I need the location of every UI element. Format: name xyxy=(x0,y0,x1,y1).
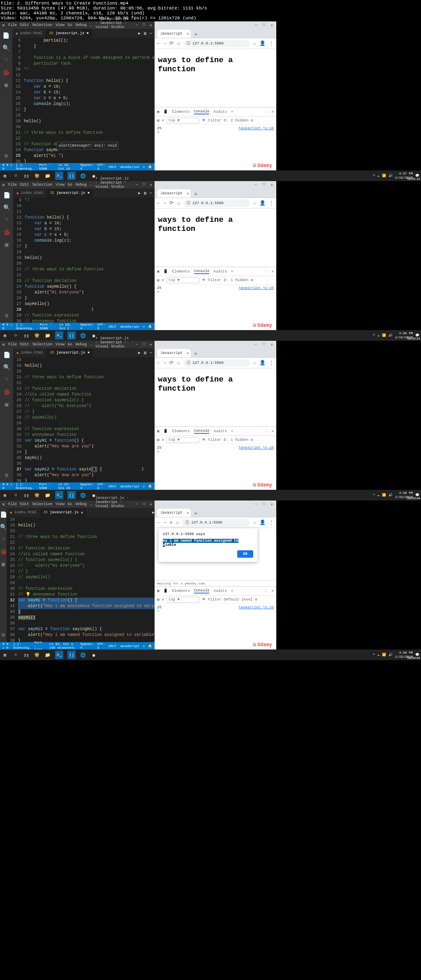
status-port[interactable]: Port : 5500 xyxy=(39,163,55,170)
code-editor[interactable]: 5678910111213141516171819202122232425262… xyxy=(12,38,155,163)
tab-javascript-js[interactable]: JS javascript.js ● xyxy=(46,29,92,38)
dt-close-icon[interactable]: ✕ xyxy=(272,109,274,114)
chrome-window-controls: ─□✕ xyxy=(155,21,276,29)
dt-context-select[interactable]: top ▼ xyxy=(167,118,199,123)
page-content: ways to define a function xyxy=(155,49,276,107)
gear-icon[interactable]: ⚙ xyxy=(3,152,9,159)
status-encoding[interactable]: UTF-8 xyxy=(97,163,105,170)
video-timestamp: 00:01:12 xyxy=(407,177,420,181)
menu-debug[interactable]: Debug xyxy=(76,23,87,27)
more-icon[interactable]: ⋯ xyxy=(150,31,152,36)
new-tab-icon[interactable]: + xyxy=(191,31,201,38)
device-icon[interactable]: 📱 xyxy=(163,109,168,114)
search-icon[interactable]: 🔍 xyxy=(3,44,9,51)
code-editor[interactable]: 9101112131415161718192021222324252627282… xyxy=(13,198,155,323)
forward-icon[interactable]: → xyxy=(163,41,166,47)
dt-audits[interactable]: Audits xyxy=(213,110,227,114)
meta-video: Video: h264, yuv420p, 1280x720, 994 kb/s… xyxy=(1,16,420,21)
maximize-icon[interactable]: □ xyxy=(263,23,265,27)
git-icon[interactable]: ⑂ xyxy=(3,57,9,63)
console-output: 25 xyxy=(157,126,162,130)
dt-sidebar-icon[interactable]: ▤ xyxy=(157,118,159,123)
meta-size: Size: 50313450 bytes (47.98 MiB), durati… xyxy=(1,6,420,11)
close-icon[interactable]: ✕ xyxy=(150,23,152,28)
status-spaces[interactable]: Spaces: 4 xyxy=(80,163,94,170)
chrome-taskbar-icon[interactable]: 🌐 xyxy=(80,172,86,179)
dt-gear-icon[interactable]: ⚙ xyxy=(251,118,253,123)
menubar: ⊞ File Edit Selection View Go Debug … • … xyxy=(0,21,155,29)
minimize-icon[interactable]: ─ xyxy=(136,23,138,28)
alert-ok-button[interactable]: OK xyxy=(237,550,253,558)
status-feedback-icon[interactable]: ☺ xyxy=(143,165,145,169)
brave-icon[interactable]: 🦁 xyxy=(34,172,40,179)
dt-level[interactable]: D: xyxy=(224,119,228,123)
page-heading: ways to define a function xyxy=(158,56,273,74)
tray-cloud-icon[interactable]: ☁ xyxy=(377,174,379,178)
terminal-icon[interactable]: >_ xyxy=(55,172,63,180)
start-icon[interactable]: ⊞ xyxy=(2,172,8,179)
meta-audio: Audio: aac, 44100 Hz, 2 channels, s16, 1… xyxy=(1,11,420,16)
url-bar[interactable]: ⓘ 127.0.0.1:5500 xyxy=(183,40,250,47)
status-waiting: Waiting for s.pmddby.com… xyxy=(155,580,276,586)
debug-icon[interactable]: 🐞 xyxy=(3,69,9,76)
udemy-logo: û Udemy xyxy=(253,163,272,169)
explorer-icon[interactable]: 📄 xyxy=(3,32,9,39)
split-icon[interactable]: ▥ xyxy=(144,31,146,36)
status-bell-icon[interactable]: 🔔 xyxy=(148,165,152,169)
browser-tab[interactable]: Javascript✕ xyxy=(157,30,191,38)
alert-message-rest: iable xyxy=(165,543,176,547)
intellisense-hint: alert(message?: any): void xyxy=(57,142,118,150)
tray-sound-icon[interactable]: 🔊 xyxy=(389,174,393,178)
dt-console[interactable]: Console xyxy=(194,109,210,114)
inspect-icon[interactable]: ▣ xyxy=(157,109,159,114)
menu-selection[interactable]: Selection xyxy=(32,23,53,27)
maximize-icon[interactable]: □ xyxy=(143,23,145,28)
menu-edit[interactable]: Edit xyxy=(20,23,29,27)
back-icon[interactable]: ← xyxy=(157,41,160,47)
tray-wifi-icon[interactable]: 📶 xyxy=(382,174,386,178)
status-scanning: [.]: Scanning… xyxy=(16,163,36,170)
profile-icon[interactable]: 👤 xyxy=(259,40,266,47)
code-editor[interactable]: 1819202122232425262728293031323334353637… xyxy=(7,517,155,642)
tab-index-html[interactable]: ◆ index.html xyxy=(12,29,46,38)
menu-view[interactable]: View xyxy=(56,23,65,27)
home-icon[interactable]: ⌂ xyxy=(177,41,180,47)
status-cursor[interactable]: Ln 25, Col 15 xyxy=(58,163,77,170)
extensions-icon[interactable]: ▣ xyxy=(3,81,9,88)
menu-icon[interactable]: ⋮ xyxy=(269,40,274,47)
status-eol[interactable]: CRLF xyxy=(109,165,116,169)
reload-icon[interactable]: ⟳ xyxy=(169,40,173,47)
dt-clear-icon[interactable]: ⊘ xyxy=(162,118,164,123)
dt-settings-icon[interactable]: ⋮ xyxy=(264,109,268,114)
status-bar: ⊗ 0 ⚠ 0 [.]: Scanning… Port : 5500 Ln 25… xyxy=(0,163,155,170)
clock-time[interactable]: 4:37 PM xyxy=(395,172,413,176)
dt-eye-icon[interactable]: 👁 xyxy=(202,118,206,123)
taskview-icon[interactable]: ▯▯ xyxy=(23,172,30,179)
vscode-taskbar-icon[interactable]: ⟨⟩ xyxy=(67,172,76,180)
tray-up-icon[interactable]: ^ xyxy=(373,174,375,178)
close-tab-icon[interactable]: ✕ xyxy=(187,31,189,36)
dt-elements[interactable]: Elements xyxy=(172,110,190,114)
star-icon[interactable]: ☆ xyxy=(253,40,256,47)
menu-go[interactable]: Go xyxy=(68,23,72,27)
menu-file[interactable]: File xyxy=(8,23,17,27)
explorer-icon[interactable]: 📁 xyxy=(44,172,51,179)
status-errors[interactable]: ⊗ 0 ⚠ 0 xyxy=(2,163,12,170)
taskbar: ⊞ ○ ▯▯ 🦁 📁 >_ ⟨⟩ 🌐 ◉ ^ ☁ 📶 🔊 4:37 PM1/15… xyxy=(0,170,421,181)
alert-title: 127.0.0.1:5500 says xyxy=(163,532,253,536)
meta-file: File: 2. Different Ways to Create Functi… xyxy=(1,1,420,6)
vscode-logo-icon: ⊞ xyxy=(2,183,5,187)
console-link[interactable]: javascript.js:16 xyxy=(238,126,274,130)
activity-bar: 📄 🔍 ⑂ 🐞 ▣ ⚙ xyxy=(0,29,12,163)
dt-hidden[interactable]: 2 hidden xyxy=(231,119,248,123)
console-prompt[interactable]: > xyxy=(157,130,274,135)
minimize-icon[interactable]: ─ xyxy=(255,23,257,27)
status-lang[interactable]: JavaScript xyxy=(120,165,139,169)
close-icon[interactable]: ✕ xyxy=(271,23,273,28)
code-editor[interactable]: 1819202122232425262728293031323334353637… xyxy=(13,357,155,482)
cortana-icon[interactable]: ○ xyxy=(12,172,19,179)
menu-more[interactable]: … xyxy=(90,23,92,27)
dt-more-icon[interactable]: » xyxy=(231,110,233,114)
run-icon[interactable]: ▶ xyxy=(138,31,141,36)
dt-filter[interactable]: Filter xyxy=(208,119,221,123)
